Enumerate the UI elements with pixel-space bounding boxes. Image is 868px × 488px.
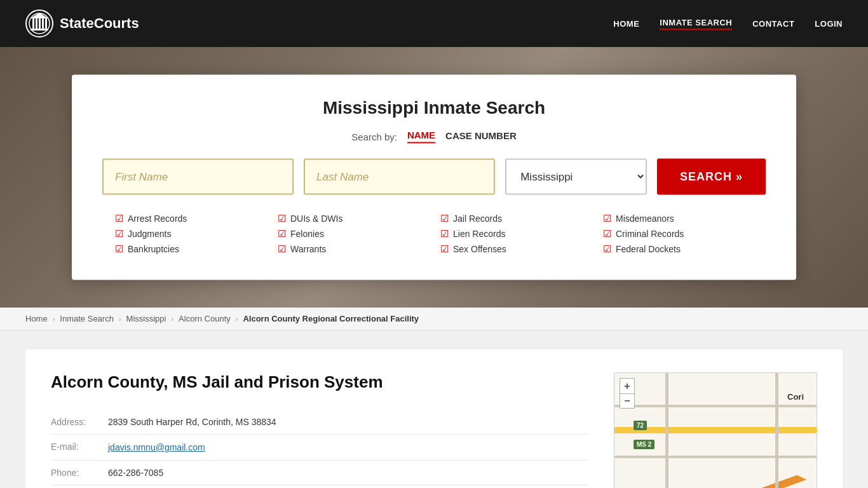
email-link[interactable]: jdavis.nmnu@gmail.com xyxy=(108,442,205,452)
breadcrumb-sep-4: › xyxy=(236,315,238,323)
phone-row: Phone: 662-286-7085 xyxy=(51,461,588,485)
checkbox-icon: ☑ xyxy=(440,228,449,240)
first-name-input[interactable] xyxy=(102,159,294,195)
state-select[interactable]: Mississippi Alabama Alaska Arizona xyxy=(505,159,647,195)
checkbox-icon: ☑ xyxy=(278,228,286,240)
header: StateCourts HOME INMATE SEARCH CONTACT L… xyxy=(0,0,868,47)
fax-label: Fax: xyxy=(51,485,108,489)
check-item: ☑DUIs & DWIs xyxy=(278,213,428,224)
map-controls: + − xyxy=(620,378,635,409)
check-label: Federal Dockets xyxy=(616,244,681,254)
facility-title: Alcorn County, MS Jail and Prison System xyxy=(51,372,588,392)
check-item: ☑Sex Offenses xyxy=(440,243,590,255)
check-label: Misdemeanors xyxy=(616,214,674,224)
check-label: Jail Records xyxy=(453,214,502,224)
check-item: ☑Arrest Records xyxy=(115,213,265,224)
checkbox-icon: ☑ xyxy=(440,213,449,224)
fax-row: Fax: 662-286-7765 xyxy=(51,485,588,489)
checks-grid: ☑Arrest Records☑DUIs & DWIs☑Jail Records… xyxy=(102,213,766,255)
map-container[interactable]: 72 MS 2 Cori + − xyxy=(614,372,817,488)
map-city-label: Cori xyxy=(787,392,804,402)
address-row: Address: 2839 South Harper Rd, Corinth, … xyxy=(51,410,588,435)
check-item: ☑Misdemeanors xyxy=(603,213,753,224)
svg-rect-2 xyxy=(32,18,34,29)
breadcrumb-facility: Alcorn County Regional Correctional Faci… xyxy=(243,314,419,323)
logo-icon xyxy=(25,10,53,37)
nav-login[interactable]: LOGIN xyxy=(815,19,843,29)
address-label: Address: xyxy=(51,410,108,435)
checkbox-icon: ☑ xyxy=(440,243,449,255)
search-card: Mississippi Inmate Search Search by: NAM… xyxy=(72,75,796,280)
check-label: Bankruptcies xyxy=(128,244,179,254)
check-label: Judgments xyxy=(128,229,171,239)
nav-inmate-search[interactable]: INMATE SEARCH xyxy=(660,18,732,30)
search-button[interactable]: SEARCH » xyxy=(657,159,766,195)
info-table: Address: 2839 South Harper Rd, Corinth, … xyxy=(51,410,588,488)
content-left: Alcorn County, MS Jail and Prison System… xyxy=(51,372,588,488)
nav-home[interactable]: HOME xyxy=(613,19,639,29)
email-label: E-mail: xyxy=(51,435,108,461)
checkbox-icon: ☑ xyxy=(115,243,123,255)
logo-text: StateCourts xyxy=(60,15,139,32)
fax-value: 662-286-7765 xyxy=(108,485,588,489)
search-card-title: Mississippi Inmate Search xyxy=(102,98,766,118)
checkbox-icon: ☑ xyxy=(115,213,123,224)
checkbox-icon: ☑ xyxy=(603,243,611,255)
check-item: ☑Criminal Records xyxy=(603,228,753,240)
check-item: ☑Bankruptcies xyxy=(115,243,265,255)
svg-rect-8 xyxy=(31,29,48,30)
map-area: 72 MS 2 Cori + − xyxy=(614,372,817,488)
check-item: ☑Jail Records xyxy=(440,213,590,224)
search-by-label: Search by: xyxy=(351,131,397,142)
check-item: ☑Federal Dockets xyxy=(603,243,753,255)
breadcrumb-state[interactable]: Mississippi xyxy=(126,314,166,323)
breadcrumb-sep-1: › xyxy=(53,315,55,323)
checkbox-icon: ☑ xyxy=(278,243,286,255)
breadcrumb-inmate-search[interactable]: Inmate Search xyxy=(60,314,114,323)
map-badge-ms2: MS 2 xyxy=(634,440,654,449)
check-item: ☑Warrants xyxy=(278,243,428,255)
map-badge-72: 72 xyxy=(634,421,647,430)
breadcrumb-sep-2: › xyxy=(119,315,121,323)
breadcrumb-home[interactable]: Home xyxy=(25,314,48,323)
content-card: Alcorn County, MS Jail and Prison System… xyxy=(25,349,843,488)
phone-value: 662-286-7085 xyxy=(108,461,588,485)
checkbox-icon: ☑ xyxy=(115,228,123,240)
check-label: Warrants xyxy=(290,244,326,254)
check-label: Sex Offenses xyxy=(453,244,506,254)
check-item: ☑Lien Records xyxy=(440,228,590,240)
nav-contact[interactable]: CONTACT xyxy=(752,19,794,29)
email-row: E-mail: jdavis.nmnu@gmail.com xyxy=(51,435,588,461)
map-zoom-out[interactable]: − xyxy=(620,393,635,409)
check-label: Lien Records xyxy=(453,229,506,239)
last-name-input[interactable] xyxy=(304,159,495,195)
check-label: Arrest Records xyxy=(128,214,187,224)
map-zoom-in[interactable]: + xyxy=(620,378,635,393)
tab-case-number[interactable]: CASE NUMBER xyxy=(445,130,517,143)
svg-rect-4 xyxy=(39,18,41,29)
checkbox-icon: ☑ xyxy=(603,213,611,224)
address-value: 2839 South Harper Rd, Corinth, MS 38834 xyxy=(108,410,588,435)
tab-name[interactable]: NAME xyxy=(407,130,435,144)
svg-rect-3 xyxy=(36,18,37,29)
checkbox-icon: ☑ xyxy=(278,213,286,224)
check-label: Criminal Records xyxy=(616,229,684,239)
logo-area: StateCourts xyxy=(25,10,139,37)
hero-section: COURTHOUSE Mississippi Inmate Search Sea… xyxy=(0,47,868,308)
check-item: ☑Felonies xyxy=(278,228,428,240)
svg-rect-6 xyxy=(45,18,47,29)
checkbox-icon: ☑ xyxy=(603,228,611,240)
phone-label: Phone: xyxy=(51,461,108,485)
breadcrumb: Home › Inmate Search › Mississippi › Alc… xyxy=(0,308,868,330)
main-content: Alcorn County, MS Jail and Prison System… xyxy=(0,330,868,488)
check-label: DUIs & DWIs xyxy=(290,214,342,224)
check-label: Felonies xyxy=(290,229,324,239)
search-by-row: Search by: NAME CASE NUMBER xyxy=(102,130,766,144)
check-item: ☑Judgments xyxy=(115,228,265,240)
breadcrumb-county[interactable]: Alcorn County xyxy=(179,314,231,323)
search-inputs-row: Mississippi Alabama Alaska Arizona SEARC… xyxy=(102,159,766,195)
main-nav: HOME INMATE SEARCH CONTACT LOGIN xyxy=(613,18,843,30)
svg-rect-5 xyxy=(42,18,44,29)
breadcrumb-sep-3: › xyxy=(171,315,173,323)
